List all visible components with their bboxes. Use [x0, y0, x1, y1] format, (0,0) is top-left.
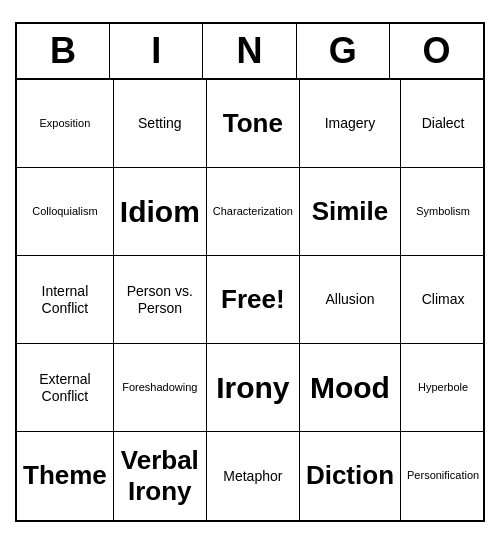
bingo-card: BINGO ExpositionSettingToneImageryDialec…	[15, 22, 485, 522]
bingo-header: BINGO	[17, 24, 483, 80]
header-letter: B	[17, 24, 110, 78]
bingo-cell: Person vs. Person	[114, 256, 207, 344]
bingo-cell: Verbal Irony	[114, 432, 207, 520]
bingo-grid: ExpositionSettingToneImageryDialectCollo…	[17, 80, 483, 520]
header-letter: I	[110, 24, 203, 78]
bingo-cell: Climax	[401, 256, 485, 344]
bingo-cell: Simile	[300, 168, 401, 256]
bingo-cell: Free!	[207, 256, 300, 344]
bingo-cell: Mood	[300, 344, 401, 432]
bingo-cell: Foreshadowing	[114, 344, 207, 432]
bingo-cell: Setting	[114, 80, 207, 168]
header-letter: O	[390, 24, 483, 78]
header-letter: N	[203, 24, 296, 78]
bingo-cell: Exposition	[17, 80, 114, 168]
bingo-cell: Theme	[17, 432, 114, 520]
header-letter: G	[297, 24, 390, 78]
bingo-cell: Tone	[207, 80, 300, 168]
bingo-cell: Symbolism	[401, 168, 485, 256]
bingo-cell: Imagery	[300, 80, 401, 168]
bingo-cell: Dialect	[401, 80, 485, 168]
bingo-cell: Internal Conflict	[17, 256, 114, 344]
bingo-cell: Personification	[401, 432, 485, 520]
bingo-cell: Colloquialism	[17, 168, 114, 256]
bingo-cell: Hyperbole	[401, 344, 485, 432]
bingo-cell: Allusion	[300, 256, 401, 344]
bingo-cell: Idiom	[114, 168, 207, 256]
bingo-cell: External Conflict	[17, 344, 114, 432]
bingo-cell: Diction	[300, 432, 401, 520]
bingo-cell: Irony	[207, 344, 300, 432]
bingo-cell: Characterization	[207, 168, 300, 256]
bingo-cell: Metaphor	[207, 432, 300, 520]
